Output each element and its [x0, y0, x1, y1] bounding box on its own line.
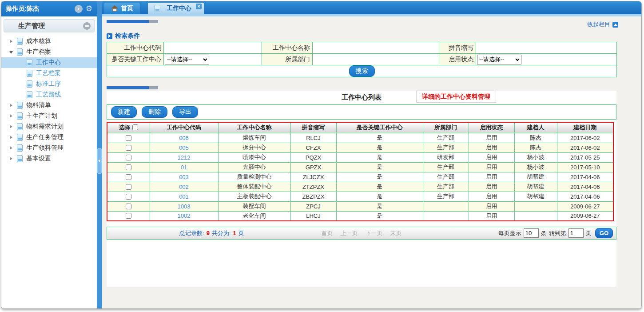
column-header: 所属部门 [423, 122, 469, 133]
sidebar-item[interactable]: 工艺路线 [1, 89, 97, 100]
work-center-code-link[interactable]: 1212 [150, 152, 218, 162]
department-input[interactable] [313, 55, 436, 64]
document-icon [27, 59, 32, 66]
tab-work-center[interactable]: 工作中心 × [148, 3, 204, 14]
work-center-code-link[interactable]: 1003 [150, 201, 218, 211]
expand-arrow-icon[interactable] [9, 136, 13, 139]
row-checkbox[interactable] [126, 213, 131, 219]
sidebar-item[interactable]: 物料清单 [1, 100, 97, 111]
document-icon [155, 5, 160, 12]
work-center-code-link[interactable]: 006 [150, 133, 218, 143]
tab-work-center-label: 工作中心 [167, 4, 191, 12]
collapse-up-icon[interactable] [612, 22, 618, 28]
prev-page-link[interactable]: 上一页 [341, 229, 358, 237]
sidebar-header: 操作员:陈杰 ‹ ⚙ [1, 1, 97, 16]
sidebar: 操作员:陈杰 ‹ ⚙ 生产管理 成本核算生产档案工作中心工艺档案标准工序工艺路线… [1, 1, 97, 308]
last-page-link[interactable]: 末页 [390, 229, 402, 237]
sidebar-item[interactable]: 主生产计划 [1, 111, 97, 121]
row-checkbox[interactable] [126, 145, 131, 151]
sidebar-splitter[interactable] [97, 1, 102, 308]
work-center-name-input[interactable] [313, 44, 436, 52]
department-label: 所属部门 [262, 54, 313, 65]
work-center-code-link[interactable]: 002 [150, 182, 218, 192]
select-all-checkbox[interactable] [132, 124, 138, 130]
sidebar-item[interactable]: 工艺档案 [1, 68, 97, 79]
sidebar-tree: 成本核算生产档案工作中心工艺档案标准工序工艺路线物料清单主生产计划物料需求计划生… [1, 32, 97, 308]
records-count: 9 [207, 230, 210, 236]
collapse-columns-link[interactable]: 收起栏目 [587, 20, 618, 28]
work-center-code-link[interactable]: 01 [150, 162, 218, 172]
work-center-code-input[interactable] [164, 44, 260, 52]
close-tab-icon[interactable]: × [196, 4, 202, 9]
pinyin-input[interactable] [476, 44, 614, 52]
search-form: 工作中心代码 工作中心名称 拼音缩写 是否关键工作中心 --请选择-- 所属部门… [107, 42, 617, 77]
table-body: 006熔炼车间RLCJ是生产部启用陈杰2017-06-02005拆分中心CFZX… [107, 133, 613, 221]
row-checkbox[interactable] [126, 135, 131, 141]
column-header: 拼音缩写 [290, 122, 336, 133]
search-button[interactable]: 搜索 [349, 65, 375, 77]
back-arrow-icon[interactable]: ‹ [75, 5, 83, 13]
sidebar-item[interactable]: 生产领料管理 [1, 143, 97, 153]
row-checkbox[interactable] [126, 164, 131, 170]
table-row: 1003装配车间ZPCJ是启用2009-06-27 [107, 201, 613, 211]
work-center-code-link[interactable]: 003 [150, 172, 218, 182]
sidebar-item[interactable]: 基本设置 [1, 153, 97, 164]
table-row: 003质量检测中心ZLJCZX是生产部启用胡帮建2017-04-06 [107, 172, 613, 182]
expand-arrow-icon[interactable] [9, 40, 13, 43]
expand-arrow-icon[interactable] [9, 125, 13, 128]
table-cell: 启用 [469, 152, 514, 162]
document-icon [27, 80, 32, 88]
row-select-cell [107, 143, 150, 152]
next-page-link[interactable]: 下一页 [366, 229, 383, 237]
row-checkbox[interactable] [126, 155, 131, 160]
sidebar-item[interactable]: 标准工序 [1, 79, 97, 89]
sidebar-item[interactable]: 生产档案 [1, 47, 97, 57]
enable-status-select[interactable]: --请选择-- [477, 55, 521, 64]
tab-home[interactable]: 首页 [104, 3, 140, 14]
work-center-code-link[interactable]: 1002 [150, 211, 218, 221]
sidebar-item-label: 基本设置 [26, 155, 51, 163]
sidebar-item-label: 生产档案 [26, 48, 51, 56]
sidebar-item[interactable]: 工作中心 [1, 57, 97, 68]
sidebar-item[interactable]: 成本核算 [1, 36, 97, 47]
first-page-link[interactable]: 首页 [322, 229, 333, 237]
sidebar-item[interactable]: 生产任务管理 [1, 132, 97, 143]
document-icon [17, 102, 23, 109]
per-page-label: 每页显示 [498, 229, 521, 237]
go-button[interactable]: GO [595, 228, 613, 238]
sidebar-item[interactable]: 物料需求计划 [1, 121, 97, 132]
table-cell: 熔炼车间 [218, 133, 290, 143]
work-center-code-link[interactable]: 001 [150, 192, 218, 201]
key-work-center-select[interactable]: --请选择-- [165, 55, 209, 64]
work-center-code-link[interactable]: 005 [150, 143, 218, 152]
table-row: 1002老化车间LHCJ是启用2009-06-27 [107, 211, 613, 221]
row-checkbox[interactable] [126, 204, 131, 209]
expand-arrow-icon[interactable] [9, 157, 13, 160]
row-checkbox[interactable] [126, 184, 131, 190]
table-cell: 是 [336, 152, 423, 162]
row-select-cell [107, 211, 150, 221]
collapse-panel-icon[interactable] [83, 22, 91, 30]
gear-icon[interactable]: ⚙ [86, 5, 92, 13]
expand-arrow-icon[interactable] [9, 104, 13, 107]
goto-page-input[interactable] [568, 228, 584, 238]
expand-arrow-icon[interactable] [9, 146, 13, 150]
table-cell: ZPCJ [290, 201, 336, 211]
search-section-header[interactable]: 检索条件 [107, 32, 641, 40]
row-checkbox[interactable] [126, 194, 131, 200]
expand-arrow-icon[interactable] [9, 114, 13, 118]
goto-label: 转到第 [549, 229, 566, 237]
new-button[interactable]: 新建 [111, 106, 137, 118]
sidebar-panel-header[interactable]: 生产管理 [4, 19, 95, 32]
per-page-input[interactable] [524, 228, 539, 238]
expand-arrow-icon[interactable] [9, 50, 13, 54]
table-cell: 生产部 [423, 162, 469, 172]
table-cell: 启用 [469, 201, 514, 211]
delete-button[interactable]: 删除 [142, 106, 167, 118]
export-button[interactable]: 导出 [172, 106, 198, 118]
table-cell: 喷漆中心 [218, 152, 290, 162]
row-checkbox[interactable] [126, 174, 131, 180]
splitter-handle[interactable] [97, 148, 102, 174]
table-cell: 是 [336, 133, 423, 143]
column-header: 工作中心名称 [218, 122, 290, 133]
